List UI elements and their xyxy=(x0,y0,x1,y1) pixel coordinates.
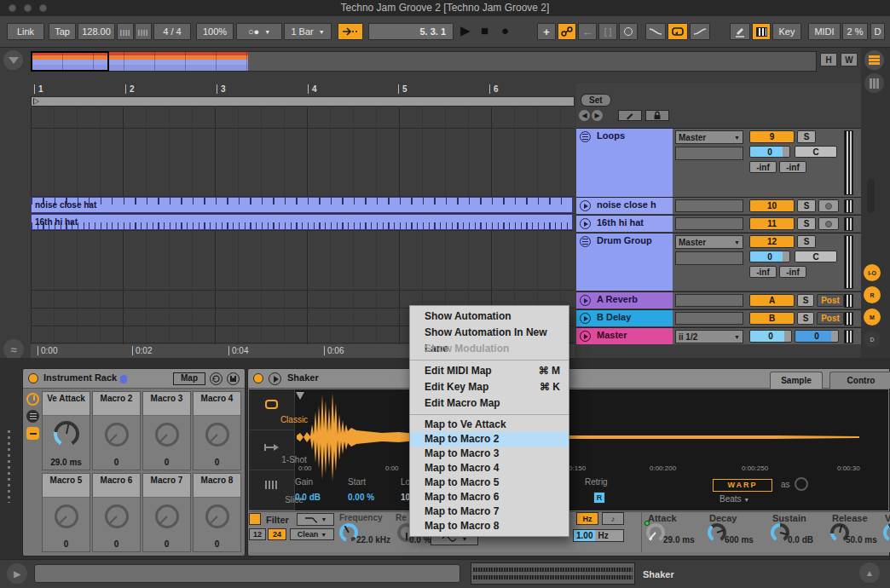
menu-item-show-automation[interactable]: Show Automation xyxy=(410,308,569,325)
close-overview-button[interactable] xyxy=(3,50,23,70)
group-track-icon[interactable] xyxy=(580,236,591,247)
prev-locator-button[interactable]: ◀ xyxy=(579,110,590,121)
tap-tempo-button[interactable]: Tap xyxy=(49,23,76,40)
warp-mode-select[interactable]: Beats ▼ xyxy=(720,494,749,504)
routing-box[interactable] xyxy=(675,217,743,230)
lock-envelopes-button[interactable] xyxy=(645,110,669,121)
routing-box[interactable] xyxy=(675,294,743,307)
menu-item-map-to-macro-6[interactable]: Map to Macro 6 xyxy=(410,490,569,504)
macro-8[interactable]: Macro 8 0 xyxy=(193,473,241,552)
io-section-toggle[interactable]: I-O xyxy=(864,264,881,281)
groove-amount-field[interactable]: 100% xyxy=(196,23,234,40)
link-button[interactable]: Link xyxy=(7,23,44,40)
set-locator-button[interactable]: Set xyxy=(581,94,611,107)
filter-freq-knob[interactable] xyxy=(339,523,358,542)
preview-volume[interactable]: 0 xyxy=(749,330,792,343)
start-marker-icon[interactable] xyxy=(296,392,304,400)
macro-knob[interactable] xyxy=(105,504,129,528)
play-button[interactable]: ▶ xyxy=(460,22,471,39)
mode-tab-one-shot[interactable]: 1-Shot xyxy=(249,430,295,470)
back-to-arrangement-button[interactable]: ← xyxy=(578,23,597,40)
play-track-icon[interactable] xyxy=(580,295,591,306)
mixer-section-toggle[interactable]: M xyxy=(864,308,881,326)
arrangement-position-field[interactable]: 5. 3. 1 xyxy=(368,23,454,40)
track-number-button[interactable]: 12 xyxy=(749,235,795,248)
device-activator[interactable] xyxy=(28,373,38,383)
info-view-toggle[interactable]: ▶ xyxy=(7,563,27,584)
macro-knob[interactable] xyxy=(55,504,78,528)
show-sample-waveform-button[interactable]: ≈ xyxy=(3,339,24,360)
clip-noise-close-hat[interactable]: noise close hat xyxy=(31,197,573,213)
track-name-master[interactable]: Master xyxy=(576,328,673,344)
draw-mode-button[interactable] xyxy=(730,23,750,40)
lfo-hz-button[interactable]: Hz xyxy=(576,512,598,525)
retrig-toggle[interactable]: R xyxy=(593,492,605,504)
volume-field[interactable]: -inf xyxy=(749,266,777,278)
volume-field[interactable]: -inf xyxy=(779,266,806,278)
filter-circuit-select[interactable]: Clean▼ xyxy=(290,528,334,540)
gain-value[interactable]: 0.0 dB xyxy=(295,493,321,502)
macro-ve-attack[interactable]: Ve Attack 29.0 ms xyxy=(42,391,90,470)
volume-field[interactable]: -inf xyxy=(779,161,806,173)
save-preset-button[interactable] xyxy=(227,372,240,385)
track-row-loops[interactable]: Loops Master▼ 9 S 0 C -inf -inf xyxy=(576,128,861,197)
key-map-button[interactable]: Key xyxy=(772,23,801,40)
sample-overview-thumbnail[interactable] xyxy=(471,562,635,585)
macro-2[interactable]: Macro 2 0 xyxy=(92,391,141,470)
quantize-menu[interactable]: 1 Bar▼ xyxy=(284,23,332,40)
menu-item-map-to-macro-5[interactable]: Map to Macro 5 xyxy=(410,476,569,490)
clip-16th-hi-hat[interactable]: 16th hi hat xyxy=(31,214,573,230)
menu-item-edit-macro-map[interactable]: Edit Macro Map xyxy=(410,395,569,412)
arm-button[interactable] xyxy=(818,217,839,230)
output-routing-select[interactable]: Master▼ xyxy=(675,235,743,249)
sustain-value[interactable]: 0.0 dB xyxy=(788,535,813,545)
routing-sub-select[interactable] xyxy=(675,147,743,160)
track-name-b-delay[interactable]: B Delay xyxy=(576,310,673,326)
lfo-sync-button[interactable]: ♪ xyxy=(602,512,624,525)
vertical-scrollbar[interactable] xyxy=(867,179,875,213)
output-routing-select[interactable]: Master▼ xyxy=(675,130,743,144)
menu-item-map-to-macro-8[interactable]: Map to Macro 8 xyxy=(410,519,569,533)
instrument-rack-header[interactable]: Instrument Rack Map xyxy=(23,369,245,389)
track-number-button[interactable]: 11 xyxy=(749,217,795,230)
play-track-icon[interactable] xyxy=(580,218,591,229)
solo-button[interactable]: S xyxy=(797,235,816,248)
macro-knob[interactable] xyxy=(205,504,229,528)
attack-knob[interactable] xyxy=(646,523,665,542)
attack-value[interactable]: 29.0 ms xyxy=(663,535,695,545)
macro-knob[interactable] xyxy=(155,423,179,447)
preview-button[interactable] xyxy=(269,372,281,385)
time-signature-field[interactable]: 4 / 4 xyxy=(153,23,191,40)
track-name-drum-group[interactable]: Drum Group xyxy=(576,233,673,291)
tab-controls[interactable]: Contro xyxy=(829,372,890,389)
loop-button[interactable] xyxy=(668,23,688,40)
punch-out-button[interactable] xyxy=(690,23,710,40)
pre-post-toggle[interactable]: Post xyxy=(817,312,844,325)
group-track-icon[interactable] xyxy=(580,131,591,142)
track-name-16th-hi-hat[interactable]: 16th hi hat xyxy=(576,216,673,232)
track-name-loops[interactable]: Loops xyxy=(576,129,673,197)
volume-field[interactable]: -inf xyxy=(749,161,777,173)
menu-item-map-to-macro-4[interactable]: Map to Macro 4 xyxy=(410,461,569,476)
overview-width-button[interactable]: W xyxy=(841,53,858,66)
window-zoom-button[interactable] xyxy=(39,4,47,12)
session-record-button[interactable] xyxy=(619,23,638,40)
arrangement-overview[interactable] xyxy=(31,51,817,72)
midi-overdub-button[interactable] xyxy=(558,23,576,40)
arrangement-view-toggle[interactable] xyxy=(864,50,884,70)
solo-button[interactable]: S xyxy=(797,130,816,143)
tab-sample[interactable]: Sample xyxy=(770,372,823,389)
menu-item-map-to-macro-2[interactable]: Map to Macro 2 xyxy=(410,432,569,447)
menu-item-show-automation-in-new-lane[interactable]: Show Automation In New Lane xyxy=(410,325,569,341)
filter-slope-12[interactable]: 12 xyxy=(249,528,266,540)
master-volume[interactable]: 0 xyxy=(795,330,839,343)
track-row-master[interactable]: Master ii 1/2▼ 0 0 xyxy=(576,327,861,344)
window-close-button[interactable] xyxy=(9,4,16,12)
menu-item-edit-key-map[interactable]: Edit Key Map⌘ K xyxy=(410,379,569,395)
device-view-grip[interactable] xyxy=(8,430,10,503)
solo-button[interactable]: S xyxy=(797,312,814,325)
cue-out-select[interactable]: ii 1/2▼ xyxy=(675,330,743,343)
capture-button[interactable]: [ ] xyxy=(598,23,617,40)
beat-time-ruler[interactable]: 1 2 3 4 5 6 xyxy=(31,84,575,96)
track-row-drum-group[interactable]: Drum Group Master▼ 12 S 0 C -inf -inf xyxy=(576,233,861,291)
